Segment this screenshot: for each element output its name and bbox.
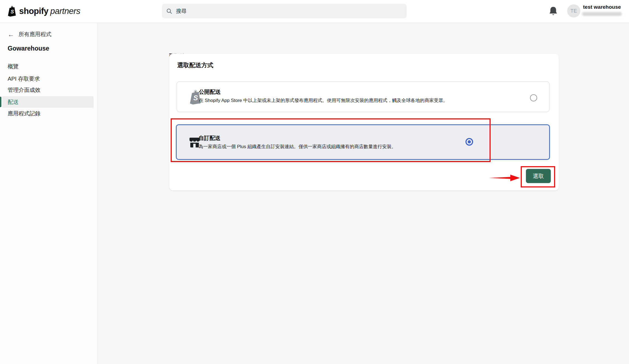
notifications-bell-icon[interactable] xyxy=(549,6,558,16)
back-arrow-icon: ← xyxy=(8,31,14,38)
avatar-initials: TE xyxy=(570,8,577,14)
sidebar-item-label: API 存取要求 xyxy=(8,76,40,82)
option-description: 在 Shopify App Store 中以上架或未上架的形式發布應用程式。使用… xyxy=(199,97,448,104)
redacted-subtext xyxy=(582,12,622,16)
option-title: 公開配送 xyxy=(199,88,221,96)
search-bar[interactable] xyxy=(162,4,407,18)
back-to-all-apps[interactable]: ← 所有應用程式 xyxy=(8,31,51,38)
radio-public-distribution[interactable] xyxy=(530,94,537,101)
user-avatar[interactable]: TE xyxy=(567,4,580,17)
select-button[interactable]: 選取 xyxy=(526,169,551,183)
topbar: S shopifypartners TE test warehouse xyxy=(0,0,629,23)
sidebar-item-label: 概覽 xyxy=(8,63,19,69)
search-icon xyxy=(166,8,172,14)
logo-brand-text: shopify xyxy=(19,6,48,16)
sidebar-item-admin-performance[interactable]: 管理介面成效 xyxy=(0,84,97,96)
sidebar-item-app-log[interactable]: 應用程式記錄 xyxy=(0,108,97,119)
back-label: 所有應用程式 xyxy=(19,31,51,38)
shopify-bag-logo-icon: S xyxy=(7,5,17,17)
select-button-label: 選取 xyxy=(533,172,544,180)
sidebar: ← 所有應用程式 Gowarehouse 概覽 API 存取要求 管理介面成效 … xyxy=(0,23,98,364)
svg-text:S: S xyxy=(193,94,198,102)
distribution-method-card: 選取配送方式 S 公開配送 在 Shopify App Store 中以上架或未… xyxy=(169,54,559,190)
shopify-partners-app: S shopifypartners TE test warehouse ← 所有… xyxy=(0,0,629,364)
radio-dot xyxy=(468,140,471,143)
logo-wordmark: shopifypartners xyxy=(19,6,80,16)
option-public-distribution[interactable]: S 公開配送 在 Shopify App Store 中以上架或未上架的形式發布… xyxy=(177,81,549,112)
option-description: 為一家商店或一個 Plus 組織產生自訂安裝連結。僅供一家商店或組織擁有的商店數… xyxy=(199,143,396,150)
shopify-partners-logo[interactable]: S shopifypartners xyxy=(7,5,80,17)
main-content: 配送 選取配送方式 S 公開配送 在 Shopify App Store 中以上… xyxy=(98,23,629,364)
logo-suffix-text: partners xyxy=(50,6,80,16)
option-title: 自訂配送 xyxy=(199,134,220,142)
option-custom-distribution[interactable]: 自訂配送 為一家商店或一個 Plus 組織產生自訂安裝連結。僅供一家商店或組織擁… xyxy=(176,124,550,160)
account-name[interactable]: test warehouse xyxy=(583,4,621,10)
sidebar-item-distribution[interactable]: 配送 xyxy=(0,96,97,108)
app-name: Gowarehouse xyxy=(8,45,49,52)
search-input[interactable] xyxy=(176,8,402,14)
sidebar-item-label: 應用程式記錄 xyxy=(8,110,40,116)
selected-indicator-bar xyxy=(0,97,1,107)
sidebar-item-label: 管理介面成效 xyxy=(8,87,40,93)
card-title: 選取配送方式 xyxy=(177,61,213,69)
radio-custom-distribution[interactable] xyxy=(465,138,473,146)
sidebar-item-api-access[interactable]: API 存取要求 xyxy=(0,73,97,84)
sidebar-item-label: 配送 xyxy=(8,99,19,105)
sidebar-item-overview[interactable]: 概覽 xyxy=(0,61,97,72)
svg-text:S: S xyxy=(11,9,14,14)
